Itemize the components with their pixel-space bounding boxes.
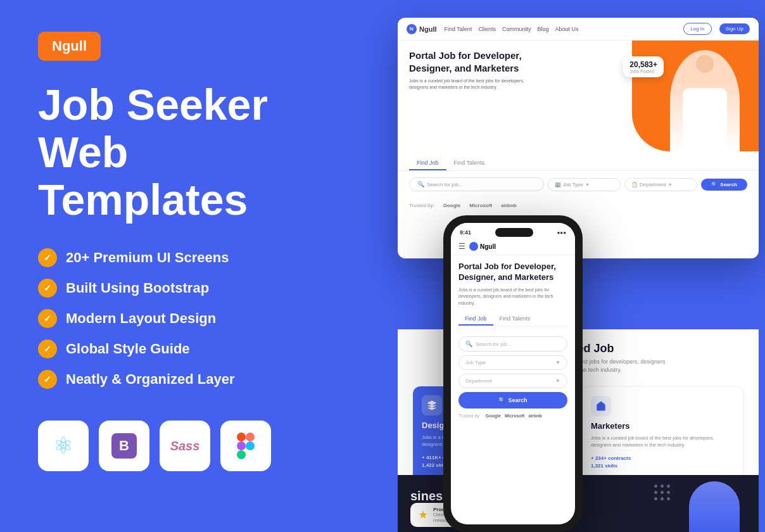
mobile-tab-find-job[interactable]: Find Job: [458, 313, 493, 326]
svg-point-4: [246, 441, 255, 450]
person-figure: [670, 50, 740, 151]
main-background: Ngull Job Seeker Web Templates ✓ 20+ Pre…: [0, 0, 765, 532]
figma-icon: [237, 433, 255, 459]
hamburger-icon[interactable]: ☰: [458, 242, 465, 251]
mobile-google-logo: Google: [486, 414, 501, 418]
check-icon-5: ✓: [38, 370, 57, 389]
notch-icons: ●●●: [557, 230, 566, 236]
desktop-hero: Portal Job for Developer, Designer, and …: [398, 41, 759, 151]
right-panel: N Ngull Find Talent Clients Community Bl…: [342, 0, 765, 532]
mobile-tab-find-talents[interactable]: Find Talents: [493, 313, 536, 326]
search-placeholder: Search for job...: [427, 182, 462, 187]
mobile-job-type-select[interactable]: Job Type ▼: [458, 355, 567, 370]
department-select[interactable]: 📋 Department ▼: [624, 178, 697, 191]
mobile-trusted-logos: Google Microsoft airbnb: [486, 414, 542, 418]
react-icon: ⚛: [53, 433, 73, 459]
svg-rect-1: [246, 433, 255, 441]
mobile-department-select[interactable]: Department ▼: [458, 374, 567, 388]
main-title: Job Seeker Web Templates: [38, 81, 304, 223]
marketers-card-desc: Jobs is a curated job board of the best …: [591, 434, 734, 449]
check-icon-1: ✓: [38, 248, 57, 267]
svg-rect-0: [237, 433, 246, 441]
job-type-label: Job Type: [563, 182, 583, 187]
marketers-card-title: Marketers: [591, 421, 734, 431]
designer-card-icon: [422, 395, 442, 415]
mobile-pill: [495, 228, 533, 237]
feature-label-1: 20+ Premium UI Screens: [66, 250, 229, 266]
feature-item-5: ✓ Neatly & Organized Layer: [38, 370, 304, 389]
mobile-logo: Ngull: [469, 242, 496, 251]
brand-tag: Ngull: [38, 32, 101, 61]
search-btn-label: Search: [720, 182, 737, 187]
microsoft-logo: Microsoft: [469, 203, 492, 208]
nav-link-find-talent[interactable]: Find Talent: [445, 26, 472, 32]
left-panel: Ngull Job Seeker Web Templates ✓ 20+ Pre…: [0, 0, 342, 532]
marketers-stat1: + 234+ contracts: [591, 455, 734, 461]
nav-logo-text: Ngull: [419, 25, 437, 33]
figma-logo: [220, 421, 271, 471]
react-logo: ⚛: [38, 421, 89, 471]
desktop-search-input[interactable]: 🔍 Search for job...: [409, 177, 544, 191]
mobile-screenshot: 9:41 ●●● ☰ Ngull Portal Job for: [443, 215, 583, 532]
nav-link-community[interactable]: Community: [502, 26, 531, 32]
stats-badge: 20,583+ Jobs Posted: [623, 56, 664, 77]
mobile-department-label: Department: [465, 378, 492, 384]
check-icon-3: ✓: [38, 309, 57, 328]
sass-icon: Sass: [170, 439, 200, 453]
nav-login-button[interactable]: Log In: [683, 23, 711, 35]
bootstrap-icon: B: [111, 433, 137, 459]
nav-link-blog[interactable]: Blog: [537, 26, 548, 32]
tab-row: Find Job Find Talents: [398, 151, 759, 171]
mobile-logo-circle: [469, 242, 478, 251]
mobile-search-placeholder: Search for job...: [476, 341, 511, 347]
hero-person: [664, 41, 746, 151]
google-logo: Google: [443, 203, 461, 208]
marketers-icon: [595, 400, 607, 412]
mobile-airbnb-logo: airbnb: [528, 414, 541, 418]
mobile-trusted-row: Trusted by: Google Microsoft airbnb: [451, 414, 575, 418]
tab-find-talents[interactable]: Find Talents: [446, 156, 492, 170]
feature-item-3: ✓ Modern Layout Design: [38, 309, 304, 328]
mobile-logo-text: Ngull: [480, 243, 496, 250]
desktop-search-button[interactable]: 🔍 Search: [701, 179, 747, 191]
feature-item-4: ✓ Global Style Guide: [38, 339, 304, 358]
svg-rect-2: [237, 441, 246, 450]
airbnb-logo: airbnb: [501, 203, 516, 208]
svg-rect-3: [237, 450, 246, 459]
quality-star-icon: ★: [418, 508, 428, 522]
mobile-trusted-label: Trusted by:: [458, 414, 481, 418]
hero-title-desktop: Portal Job for Developer, Designer, and …: [409, 49, 536, 74]
dark-section-person: [689, 481, 740, 532]
nav-logo-icon: N: [407, 24, 417, 34]
tab-find-job[interactable]: Find Job: [409, 156, 446, 170]
mobile-job-type-label: Job Type: [465, 360, 486, 365]
job-type-select[interactable]: 🏢 Job Type ▼: [548, 178, 621, 191]
search-row-desktop: 🔍 Search for job... 🏢 Job Type ▼ 📋 Depar…: [398, 171, 759, 198]
feature-label-3: Modern Layout Design: [66, 310, 216, 327]
mobile-search-button[interactable]: 🔍 Search: [458, 392, 567, 408]
desktop-nav: N Ngull Find Talent Clients Community Bl…: [398, 18, 759, 41]
feature-item-1: ✓ 20+ Premium UI Screens: [38, 248, 304, 267]
mobile-hero: Portal Job for Developer, Designer, and …: [451, 255, 575, 336]
nav-signup-button[interactable]: Sign Up: [719, 23, 750, 34]
bootstrap-logo: B: [99, 421, 149, 471]
sass-logo: Sass: [160, 421, 210, 471]
mobile-search-field[interactable]: 🔍 Search for job...: [458, 336, 567, 352]
mobile-screen: 9:41 ●●● ☰ Ngull Portal Job for: [451, 223, 575, 524]
mobile-nav: ☰ Ngull: [451, 239, 575, 255]
nav-link-about[interactable]: About Us: [555, 26, 578, 32]
check-icon-2: ✓: [38, 279, 57, 298]
feature-label-2: Built Using Bootstrap: [66, 280, 209, 296]
stats-label: Jobs Posted: [629, 69, 657, 73]
features-list: ✓ 20+ Premium UI Screens ✓ Built Using B…: [38, 248, 304, 389]
marketers-stat2: 1,321 skills: [591, 463, 734, 469]
check-icon-4: ✓: [38, 339, 57, 358]
marketers-card-icon: [591, 396, 611, 416]
stats-number: 20,583+: [629, 60, 657, 69]
trusted-label: Trusted by:: [409, 203, 434, 208]
mobile-time: 9:41: [460, 229, 471, 236]
nav-link-clients[interactable]: Clients: [478, 26, 496, 32]
feature-item-2: ✓ Built Using Bootstrap: [38, 279, 304, 298]
hero-subtitle-desktop: Jobs is a curated job board of the best …: [409, 78, 529, 91]
mobile-hero-desc: Jobs is a curated job board of the best …: [458, 287, 567, 307]
